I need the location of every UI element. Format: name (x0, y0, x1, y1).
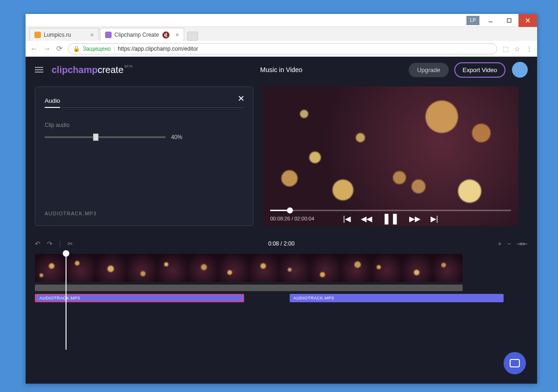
back-button[interactable]: ← (30, 45, 38, 53)
maximize-button[interactable] (500, 14, 518, 27)
volume-value: 40% (171, 134, 182, 140)
new-tab-button[interactable] (187, 32, 198, 41)
browser-tab[interactable]: Lumpics.ru × (29, 28, 99, 41)
undo-button[interactable]: ↶ (35, 240, 40, 247)
mute-icon[interactable]: 🔇 (162, 31, 170, 39)
progress-bar[interactable] (270, 210, 511, 211)
rewind-icon[interactable]: ◀◀ (361, 214, 372, 223)
tab-label: Lumpics.ru (44, 32, 71, 38)
zoom-fit-button[interactable]: ⇥⇤ (517, 240, 528, 247)
svg-rect-1 (507, 19, 511, 22)
skip-start-icon[interactable]: |◀ (343, 214, 351, 223)
upgrade-button[interactable]: Upgrade (409, 63, 449, 77)
split-button[interactable]: ✂ (67, 240, 73, 247)
editor-main: ✕ Audio Clip audio 40% AUDIOTRACK.MP3 (26, 83, 537, 226)
skip-end-icon[interactable]: ▶| (431, 214, 438, 223)
slider-thumb[interactable] (93, 133, 99, 141)
video-preview[interactable]: 00:08:26 / 02:00:04 |◀ ◀◀ ❚❚ ▶▶ ▶| (263, 86, 518, 226)
spacer-track[interactable] (35, 285, 463, 291)
minimize-button[interactable] (481, 14, 500, 27)
titlebar-badge: LP (466, 16, 479, 25)
audio-tab[interactable]: Audio (45, 97, 60, 108)
tab-close-icon[interactable]: × (90, 31, 94, 39)
reload-button[interactable]: ⟳ (56, 44, 62, 53)
browser-window: LP Lumpics.ru × Clipchamp Create 🔇 × ← →… (26, 14, 537, 384)
clip-audio-label: Clip audio (45, 122, 244, 128)
timecode: 00:08:26 / 02:00:04 (270, 216, 314, 221)
playhead[interactable] (63, 250, 69, 350)
panel-close-button[interactable]: ✕ (238, 93, 245, 104)
export-video-button[interactable]: Export Video (454, 62, 505, 78)
audio-clip-label: AUDIOTRACK.MP3 (40, 296, 80, 300)
app-content: clipchampcreateBETA Music in Video Upgra… (26, 57, 537, 384)
translate-icon[interactable]: ⬚ (503, 45, 509, 53)
pause-icon[interactable]: ❚❚ (382, 213, 399, 225)
redo-button[interactable]: ↷ (47, 240, 53, 247)
browser-tab[interactable]: Clipchamp Create 🔇 × (100, 28, 184, 41)
app-header: clipchampcreateBETA Music in Video Upgra… (26, 57, 537, 83)
address-bar: ← → ⟳ 🔒 Защищено | https://app.clipchamp… (26, 41, 537, 57)
secure-label: Защищено (83, 46, 111, 52)
chat-support-button[interactable] (504, 352, 526, 374)
hamburger-icon[interactable] (35, 67, 43, 73)
zoom-out-button[interactable]: − (507, 240, 511, 247)
timeline-position: 0:08 / 2:00 (268, 240, 295, 247)
forward-icon[interactable]: ▶▶ (409, 214, 420, 223)
tab-close-icon[interactable]: × (175, 31, 179, 39)
timeline[interactable]: AUDIOTRACK.MP3 AUDIOTRACK.MP3 (35, 254, 528, 302)
progress-thumb[interactable] (287, 207, 293, 213)
audio-clip[interactable]: AUDIOTRACK.MP3 (290, 294, 504, 302)
menu-icon[interactable]: ⋮ (526, 45, 532, 53)
preview-controls: 00:08:26 / 02:00:04 |◀ ◀◀ ❚❚ ▶▶ ▶| (263, 205, 518, 226)
timeline-toolbar: ↶ ↷ | ✂ 0:08 / 2:00 + − ⇥⇤ (26, 240, 537, 247)
window-titlebar: LP (26, 14, 537, 27)
audio-properties-panel: ✕ Audio Clip audio 40% AUDIOTRACK.MP3 (35, 86, 253, 226)
document-title[interactable]: Music in Video (260, 66, 303, 73)
bookmark-icon[interactable]: ☆ (514, 45, 520, 53)
app-logo: clipchampcreateBETA (52, 65, 133, 75)
favicon-icon (34, 32, 41, 38)
favicon-icon (105, 32, 112, 38)
window-close-button[interactable] (518, 14, 537, 27)
video-track[interactable] (35, 254, 463, 282)
volume-slider[interactable] (45, 136, 166, 138)
audio-filename: AUDIOTRACK.MP3 (45, 211, 97, 216)
forward-button[interactable]: → (43, 45, 51, 53)
url-text: https://app.clipchamp.com/editor (118, 46, 198, 52)
audio-track-row: AUDIOTRACK.MP3 AUDIOTRACK.MP3 (35, 294, 528, 302)
user-avatar[interactable] (512, 62, 528, 78)
chat-icon (510, 359, 520, 367)
audio-clip-label: AUDIOTRACK.MP3 (293, 296, 334, 300)
browser-tabs: Lumpics.ru × Clipchamp Create 🔇 × (26, 27, 537, 41)
tab-label: Clipchamp Create (114, 32, 159, 38)
url-input[interactable]: 🔒 Защищено | https://app.clipchamp.com/e… (68, 43, 497, 54)
lock-icon: 🔒 (73, 46, 80, 52)
zoom-in-button[interactable]: + (498, 240, 502, 247)
